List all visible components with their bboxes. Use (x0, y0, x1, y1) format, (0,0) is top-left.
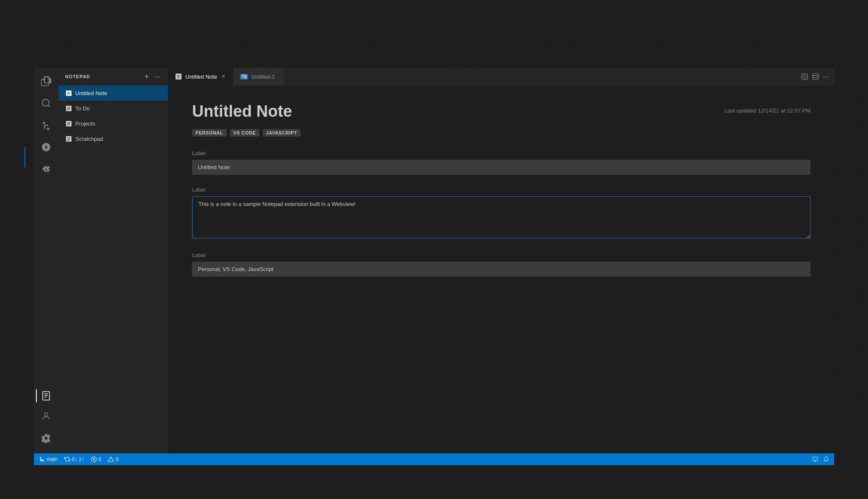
branch-name: main (47, 456, 58, 462)
tab-close-button[interactable]: × (220, 73, 226, 80)
tags-row: PERSONAL VS CODE JAVASCRIPT (192, 129, 810, 137)
note-icon-todo (65, 105, 72, 112)
status-warnings[interactable]: 0 (108, 456, 118, 462)
activity-icon-extensions[interactable] (36, 159, 56, 179)
tab-note-icon (175, 73, 182, 80)
sidebar-header: NOTEPAD + ··· (58, 68, 168, 85)
sidebar: NOTEPAD + ··· Untitled Note (58, 68, 168, 453)
form-group-content: Label (192, 186, 810, 240)
field-label-3: Label (192, 252, 810, 258)
form-group-label: Label (192, 150, 810, 175)
tab-bar-actions: ··· (796, 68, 834, 85)
sidebar-item-label: Scratchpad (75, 136, 103, 142)
layout-button[interactable] (812, 73, 819, 80)
note-header: Untitled Note Last updated 12/14/21 at 1… (192, 102, 810, 121)
status-errors[interactable]: 0 (91, 456, 102, 462)
title-input[interactable] (192, 160, 810, 175)
status-branch[interactable]: main (39, 456, 58, 462)
warnings-count: 0 (115, 456, 118, 462)
svg-rect-2 (43, 392, 49, 400)
content-textarea[interactable] (192, 196, 810, 239)
status-bar-left: main 0↓ 1↑ 0 0 (39, 456, 812, 462)
tag-personal[interactable]: PERSONAL (192, 129, 227, 137)
activity-icon-settings[interactable] (36, 428, 56, 448)
status-remote[interactable] (812, 456, 818, 462)
note-icon-scratchpad (65, 135, 72, 142)
svg-rect-9 (813, 74, 819, 80)
activity-icon-explorer[interactable] (36, 71, 56, 91)
status-bell[interactable] (823, 456, 829, 462)
sidebar-item-projects[interactable]: Projects (58, 116, 168, 131)
split-editor-button[interactable] (801, 73, 808, 80)
tab-bar: Untitled Note × TS Untitled-2 (168, 68, 834, 85)
form-group-tags: Label (192, 252, 810, 277)
status-sync[interactable]: 0↓ 1↑ (64, 456, 84, 462)
activity-bar (34, 68, 58, 453)
tab-untitled-2[interactable]: TS Untitled-2 (233, 68, 284, 85)
sidebar-actions: + ··· (143, 71, 161, 82)
sidebar-title: NOTEPAD (65, 74, 90, 79)
tab-untitled-note[interactable]: Untitled Note × (168, 68, 233, 85)
activity-icon-account[interactable] (36, 406, 56, 426)
activity-icon-notepad[interactable] (36, 386, 56, 406)
svg-point-6 (44, 413, 48, 416)
sidebar-item-scratchpad[interactable]: Scratchpad (58, 131, 168, 146)
ts-badge: TS (240, 74, 248, 80)
field-label-1: Label (192, 150, 810, 156)
note-icon (65, 90, 72, 96)
sidebar-nav: Untitled Note To Do Projects (58, 85, 168, 453)
activity-bar-bottom (36, 406, 56, 453)
note-icon-projects (65, 120, 72, 127)
activity-icon-search[interactable] (36, 93, 56, 113)
activity-icon-source-control[interactable] (36, 115, 56, 135)
sidebar-item-to-do[interactable]: To Do (58, 101, 168, 116)
field-label-2: Label (192, 186, 810, 193)
sidebar-more-button[interactable]: ··· (153, 71, 161, 82)
sync-status: 0↓ 1↑ (72, 456, 84, 462)
activity-bar-top (36, 71, 56, 386)
svg-line-1 (48, 105, 50, 107)
sidebar-item-untitled-note[interactable]: Untitled Note (58, 85, 168, 101)
activity-icon-run[interactable] (36, 137, 56, 157)
status-bar-right (812, 456, 829, 462)
status-bar: main 0↓ 1↑ 0 0 (34, 453, 834, 465)
svg-rect-17 (813, 457, 818, 461)
sidebar-item-label: Projects (75, 121, 95, 127)
note-title: Untitled Note (192, 102, 292, 121)
sidebar-add-button[interactable]: + (143, 71, 150, 82)
tag-javascript[interactable]: JAVASCRIPT (263, 129, 301, 137)
tab-label: Untitled Note (185, 74, 217, 80)
editor-area: Untitled Note Last updated 12/14/21 at 1… (168, 85, 834, 453)
sidebar-item-label: To Do (75, 105, 90, 112)
svg-point-0 (42, 99, 49, 106)
main-content: Untitled Note × TS Untitled-2 (168, 68, 834, 453)
sidebar-item-label: Untitled Note (75, 90, 107, 96)
more-actions-button[interactable]: ··· (823, 72, 829, 81)
tags-input[interactable] (192, 262, 810, 277)
errors-count: 0 (99, 456, 102, 462)
tag-vscode[interactable]: VS CODE (230, 129, 259, 137)
tab-label: Untitled-2 (251, 74, 275, 80)
note-last-updated: Last updated 12/14/21 at 12:57 PM (725, 107, 810, 114)
